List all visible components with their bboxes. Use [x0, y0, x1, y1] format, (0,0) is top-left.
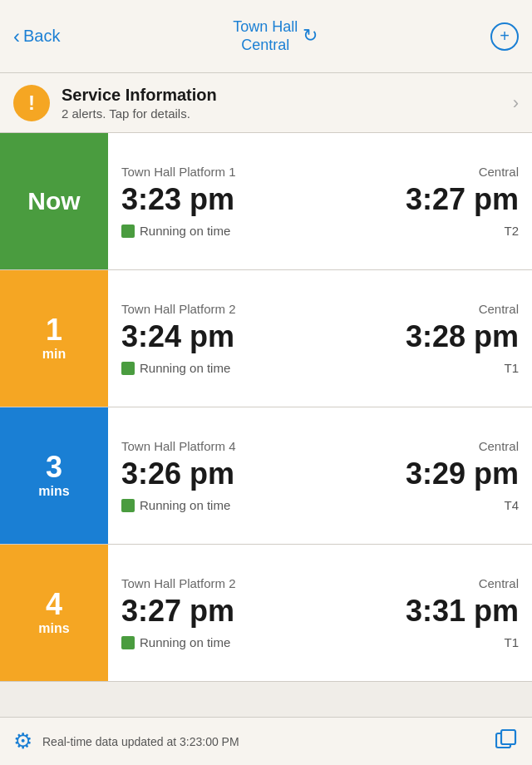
departure-row[interactable]: Now Town Hall Platform 1 Central 3:23 pm… [0, 133, 532, 270]
arrive-time: 3:29 pm [406, 457, 519, 491]
detail-top-row: Town Hall Platform 2 Central [121, 576, 519, 590]
status-indicator: Running on time [121, 224, 230, 238]
add-button[interactable]: + [490, 22, 519, 51]
depart-time: 3:23 pm [121, 182, 234, 217]
departure-row[interactable]: 4 mins Town Hall Platform 2 Central 3:27… [0, 545, 532, 682]
time-badge: 1 min [0, 270, 108, 407]
track-badge: T1 [504, 635, 519, 649]
detail-top-row: Town Hall Platform 4 Central [121, 439, 519, 453]
time-row: 3:27 pm 3:31 pm [121, 594, 519, 629]
status-green-square [121, 499, 135, 512]
time-badge: Now [0, 133, 108, 269]
departures-list: Now Town Hall Platform 1 Central 3:23 pm… [0, 133, 532, 682]
destination-label: Central [479, 165, 519, 179]
departure-details: Town Hall Platform 4 Central 3:26 pm 3:2… [108, 407, 532, 544]
status-row: Running on time T1 [121, 635, 519, 649]
status-indicator: Running on time [121, 498, 230, 512]
badge-unit: mins [38, 484, 69, 499]
track-badge: T2 [504, 224, 519, 238]
service-info-subtitle: 2 alerts. Tap for details. [62, 106, 513, 121]
badge-now-text: Now [27, 187, 80, 215]
plus-icon: + [500, 27, 510, 46]
track-badge: T4 [504, 498, 519, 512]
depart-time: 3:27 pm [121, 594, 234, 629]
header-title: Town HallCentral [233, 18, 298, 54]
status-row: Running on time T4 [121, 498, 519, 512]
platform-name: Town Hall Platform 2 [121, 576, 236, 590]
alert-icon: ! [13, 85, 50, 121]
status-green-square [121, 362, 135, 375]
destination-label: Central [479, 576, 519, 590]
back-label: Back [23, 27, 60, 46]
badge-number: 3 [46, 452, 62, 482]
svg-rect-1 [501, 730, 515, 744]
detail-top-row: Town Hall Platform 2 Central [121, 302, 519, 316]
destination-label: Central [479, 302, 519, 316]
destination-label: Central [479, 439, 519, 453]
settings-icon[interactable]: ⚙ [13, 728, 32, 754]
track-badge: T1 [504, 361, 519, 375]
service-info-banner[interactable]: ! Service Information 2 alerts. Tap for … [0, 73, 532, 133]
departure-details: Town Hall Platform 1 Central 3:23 pm 3:2… [108, 133, 532, 269]
platform-name: Town Hall Platform 4 [121, 439, 236, 453]
status-green-square [121, 225, 135, 238]
status-text: Running on time [140, 635, 230, 649]
header: ‹ Back Town HallCentral ↻ + [0, 0, 532, 73]
time-row: 3:26 pm 3:29 pm [121, 457, 519, 491]
service-info-text: Service Information 2 alerts. Tap for de… [62, 86, 513, 121]
badge-number: 1 [46, 315, 62, 345]
detail-top-row: Town Hall Platform 1 Central [121, 165, 519, 179]
status-row: Running on time T1 [121, 361, 519, 375]
exclamation-icon: ! [28, 91, 35, 115]
platform-name: Town Hall Platform 2 [121, 302, 236, 316]
platform-name: Town Hall Platform 1 [121, 165, 236, 179]
status-indicator: Running on time [121, 635, 230, 649]
footer: ⚙ Real-time data updated at 3:23:00 PM [0, 717, 532, 765]
chevron-right-icon: › [513, 92, 519, 114]
refresh-icon[interactable]: ↻ [303, 25, 318, 47]
status-indicator: Running on time [121, 361, 230, 375]
header-center: Town HallCentral ↻ [60, 18, 490, 54]
status-text: Running on time [140, 224, 230, 238]
footer-status: Real-time data updated at 3:23:00 PM [42, 735, 485, 748]
depart-time: 3:26 pm [121, 457, 234, 491]
time-row: 3:23 pm 3:27 pm [121, 182, 519, 217]
time-row: 3:24 pm 3:28 pm [121, 319, 519, 354]
time-badge: 4 mins [0, 545, 108, 681]
status-text: Running on time [140, 361, 230, 375]
departure-row[interactable]: 1 min Town Hall Platform 2 Central 3:24 … [0, 270, 532, 407]
badge-unit: min [42, 347, 66, 362]
arrive-time: 3:28 pm [406, 319, 519, 354]
departure-details: Town Hall Platform 2 Central 3:27 pm 3:3… [108, 545, 532, 681]
status-green-square [121, 636, 135, 649]
back-button[interactable]: ‹ Back [13, 25, 60, 48]
status-row: Running on time T2 [121, 224, 519, 238]
status-text: Running on time [140, 498, 230, 512]
departure-row[interactable]: 3 mins Town Hall Platform 4 Central 3:26… [0, 407, 532, 545]
depart-time: 3:24 pm [121, 319, 234, 354]
copy-icon[interactable] [495, 729, 519, 754]
back-chevron-icon: ‹ [13, 25, 20, 48]
departure-details: Town Hall Platform 2 Central 3:24 pm 3:2… [108, 270, 532, 407]
arrive-time: 3:27 pm [406, 182, 519, 217]
badge-number: 4 [46, 590, 62, 619]
arrive-time: 3:31 pm [406, 594, 519, 629]
badge-unit: mins [38, 621, 69, 636]
service-info-title: Service Information [62, 86, 513, 105]
time-badge: 3 mins [0, 407, 108, 544]
